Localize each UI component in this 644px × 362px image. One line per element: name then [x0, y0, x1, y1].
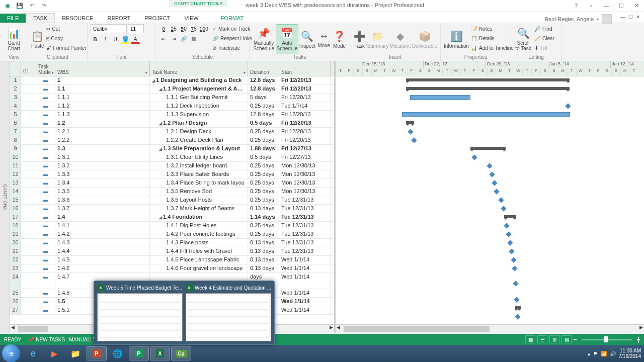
zoom-in-button[interactable]: ╋ [637, 337, 640, 342]
tray-volume-icon[interactable]: 🔊 [610, 351, 616, 356]
bold-button[interactable]: B [91, 35, 100, 44]
thumb-item-1[interactable]: XWeek 5 Time Phased Budget Te... [97, 284, 183, 341]
summary-button[interactable]: 📁Summary [367, 24, 388, 54]
mdi-restore[interactable]: ☐ [628, 14, 633, 20]
table-row[interactable]: 11▬1.3.21.3.2 Install ledger board0.25 d… [10, 162, 334, 170]
gbar-22[interactable] [511, 257, 516, 262]
gbar-24[interactable] [513, 281, 518, 286]
gbar-18[interactable] [504, 223, 509, 228]
gbar-12[interactable] [489, 171, 495, 177]
bgcolor-button[interactable]: 🪣 [121, 35, 130, 44]
taskbar-ie[interactable]: e [23, 346, 43, 360]
tray-up-icon[interactable]: ▴ [588, 351, 590, 356]
table-row[interactable]: 2▬1.1◢1.1 Project Management & Administr… [10, 85, 334, 94]
system-tray[interactable]: ▴ ⚑ 📶 🔊 11:30 AM7/16/2014 [588, 348, 641, 359]
view-usage-button[interactable]: ☰ [537, 335, 547, 343]
taskbar-project[interactable]: P [129, 346, 149, 360]
add-timeline-button[interactable]: 📊Add to Timeline [470, 43, 515, 52]
tray-clock[interactable]: 11:30 AM7/16/2014 [619, 348, 641, 359]
view-bar[interactable]: GANTT CHA [0, 61, 10, 333]
respect-links-button[interactable]: 🔗Respect Links [211, 34, 253, 43]
italic-button[interactable]: I [101, 35, 110, 44]
pct75-button[interactable]: 7̲5 [189, 24, 198, 33]
gbar-13[interactable] [492, 180, 497, 186]
move-button[interactable]: ↔Move [316, 24, 331, 54]
table-row[interactable]: 1▬1◢1 Designing and Building a Deck12.8 … [10, 76, 334, 85]
font-name-combo[interactable] [91, 24, 127, 33]
tab-file[interactable]: FILE [0, 14, 26, 23]
mdi-close[interactable]: ✕ [636, 14, 640, 20]
gbar-20[interactable] [507, 240, 513, 245]
tab-project[interactable]: PROJECT [137, 14, 177, 23]
inactivate-button[interactable]: ⊘Inactivate [211, 43, 253, 52]
gbar-3[interactable] [410, 95, 470, 100]
view-calendar-button[interactable]: ▤ [561, 335, 572, 343]
table-row[interactable]: 6▬1.2◢1.2 Plan / Design0.5 daysFri 12/20… [10, 119, 334, 128]
pct25-button[interactable]: 2̲5 [169, 24, 178, 33]
table-row[interactable]: 5▬1.1.31.1.3 Supervision12.8 daysFri 12/… [10, 111, 334, 119]
table-row[interactable]: 8▬1.2.21.2.2 Create Deck Plan0.25 daysFr… [10, 136, 334, 145]
gbar-23[interactable] [512, 265, 517, 271]
table-row[interactable]: 3▬1.1.11.1.1 Get Building Permit5 daysFr… [10, 94, 334, 102]
unlink-button[interactable]: ⛓ [189, 34, 198, 43]
tray-network-icon[interactable]: 📶 [601, 351, 607, 356]
notes-button[interactable]: 📝Notes [470, 24, 515, 33]
outdent-button[interactable]: ⇤ [159, 34, 168, 43]
table-row[interactable]: 7▬1.2.11.2.1 Design Deck0.25 daysFri 12/… [10, 128, 334, 136]
zoom-out-button[interactable]: ━ [574, 337, 577, 342]
table-row[interactable]: 19▬1.4.21.4.2 Pour concrete footings0.25… [10, 230, 334, 239]
table-row[interactable]: 20▬1.4.31.4.3 Place posts0.13 daysTue 12… [10, 239, 334, 247]
manually-schedule-button[interactable]: 📌Manually Schedule [253, 24, 275, 54]
table-row[interactable]: 22▬1.4.51.4.5 Place Landscape Fabric0.13… [10, 256, 334, 264]
pct100-button[interactable]: 1̲0̲0 [199, 24, 208, 33]
tray-flag-icon[interactable]: ⚑ [593, 351, 598, 356]
fontcolor-button[interactable]: A [131, 35, 140, 44]
format-painter-button[interactable]: 🖌Format Painter [45, 43, 88, 52]
taskbar-chrome[interactable]: 🌐 [108, 346, 128, 360]
underline-button[interactable]: U [111, 35, 120, 44]
view-gantt-button[interactable]: ▦ [525, 335, 535, 343]
gbar-8[interactable] [411, 137, 417, 143]
col-info[interactable]: ⓘ [21, 61, 36, 76]
gbar-summary-1[interactable] [406, 78, 570, 81]
gbar-10[interactable] [471, 154, 477, 160]
thumb-item-2[interactable]: XWeek 4 Estimate and Quotation ... [186, 284, 271, 341]
gbar-14[interactable] [494, 189, 499, 194]
mark-on-track-button[interactable]: ✓Mark on Track [211, 24, 253, 33]
gbar-summary-6[interactable] [406, 121, 414, 124]
maximize-button[interactable]: ☐ [614, 0, 629, 11]
zoom-slider[interactable] [582, 339, 632, 340]
scroll-to-task-button[interactable]: 🔍Scroll to Task [514, 24, 532, 54]
cut-button[interactable]: ✂Cut [45, 24, 88, 33]
inspect-button[interactable]: 🔍Inspect [299, 24, 316, 54]
table-row[interactable]: 16▬1.3.71.3.7 Mark Height of Beams0.13 d… [10, 205, 334, 213]
gantt-hscrollbar[interactable]: ◀ ▶ [336, 324, 644, 333]
gbar-27[interactable] [515, 314, 520, 319]
col-duration[interactable]: Duration [248, 61, 279, 76]
table-row[interactable]: 23▬1.4.61.4.6 Pour gravel on landscape0.… [10, 264, 334, 273]
tab-report[interactable]: REPORT [101, 14, 138, 23]
gbar-4[interactable] [565, 103, 571, 109]
view-network-button[interactable]: ⊞ [549, 335, 559, 343]
help-button[interactable]: ? [569, 0, 584, 11]
gantt-body[interactable] [336, 76, 644, 333]
gantt-chart-button[interactable]: 📊Gantt Chart [3, 24, 25, 54]
gbar-11[interactable] [487, 163, 492, 168]
link-button[interactable]: 🔗 [179, 34, 188, 43]
deliverable-button[interactable]: 📦Deliverable [412, 24, 437, 54]
save-button[interactable]: 💾 [14, 1, 25, 12]
tab-view[interactable]: VIEW [177, 14, 205, 23]
table-row[interactable]: 10▬1.3.11.3.1 Clear Utility Lines0.5 day… [10, 153, 334, 162]
gbar-summary-2[interactable] [406, 87, 570, 90]
indent-button[interactable]: ⇥ [169, 34, 178, 43]
undo-button[interactable]: ↶ [26, 1, 37, 12]
table-row[interactable]: 15▬1.3.61.3.6 Layout Posts0.25 daysTue 1… [10, 196, 334, 205]
font-size-combo[interactable] [128, 24, 144, 33]
task-button[interactable]: ➕Task [353, 24, 366, 54]
pct0-button[interactable]: 0̲ [159, 24, 168, 33]
tab-resource[interactable]: RESOURCE [55, 14, 100, 23]
close-button[interactable]: ✕ [629, 0, 644, 11]
table-row[interactable]: 9▬1.3◢1.3 Site Preparation & Layout1.88 … [10, 145, 334, 153]
redo-button[interactable]: ↷ [38, 1, 49, 12]
gbar-5[interactable] [402, 112, 570, 117]
